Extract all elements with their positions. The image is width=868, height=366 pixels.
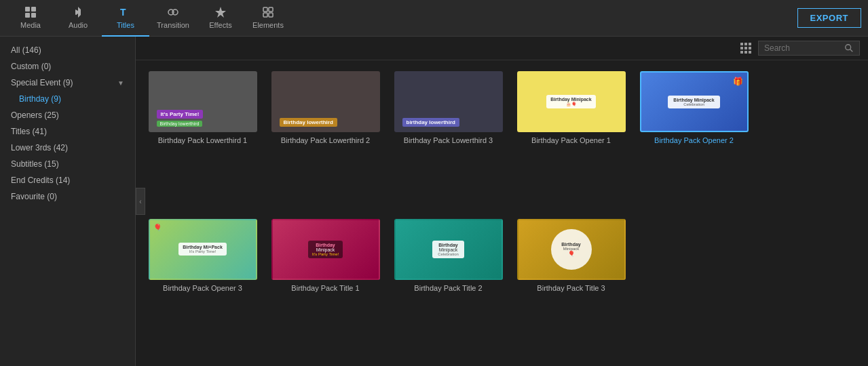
sidebar-favourite-label: Favourite (0): [11, 192, 57, 201]
svg-line-23: [850, 49, 853, 52]
toolbar-item-transition[interactable]: Transition: [149, 0, 197, 37]
thumb-op1: Birthday Minipack 🎂 🎈: [517, 71, 626, 132]
svg-marker-8: [215, 7, 226, 18]
thumb-content-title2: Birthday Minipack Celebration: [396, 220, 502, 279]
sidebar-titles-label: Titles (41): [11, 127, 47, 136]
sidebar: All (146) Custom (0) Special Event (9) ▼…: [0, 37, 136, 366]
content-header: [136, 37, 868, 60]
elements-label: Elements: [252, 21, 284, 29]
svg-point-22: [846, 45, 851, 50]
thumb-badge-lt2: Birthday lowerthird: [280, 118, 337, 127]
sidebar-item-titles[interactable]: Titles (41): [0, 123, 135, 140]
grid-item-title1[interactable]: Birthday Minipack It's Party Time! Birth…: [269, 219, 381, 356]
thumb-content-lt1: It's Party Time! Birthday lowerthird: [150, 73, 256, 131]
titles-label: Titles: [117, 21, 134, 29]
thumb-content-title1: Birthday Minipack It's Party Time!: [273, 220, 379, 279]
sidebar-birthday-label: Birthday (9): [19, 94, 61, 104]
toolbar-item-effects[interactable]: Effects: [197, 0, 244, 37]
svg-rect-18: [749, 47, 751, 49]
thumb-op2: Birthday Minipack Celebration 🎁: [640, 71, 749, 132]
toolbar-item-elements[interactable]: Elements: [244, 0, 292, 37]
sidebar-all-label: All (146): [11, 45, 41, 55]
item-label-op3: Birthday Pack Opener 3: [163, 284, 242, 292]
thumb-content-op2: Birthday Minipack Celebration 🎁: [641, 73, 747, 131]
item-label-lt1: Birthday Pack Lowerthird 1: [158, 136, 247, 144]
svg-rect-11: [263, 13, 267, 17]
grid-item-op1[interactable]: Birthday Minipack 🎂 🎈 Birthday Pack Open…: [515, 71, 627, 208]
svg-text:♪: ♪: [75, 10, 78, 16]
chevron-down-icon: ▼: [117, 79, 124, 87]
item-label-lt2: Birthday Pack Lowerthird 2: [281, 136, 370, 144]
svg-rect-1: [31, 7, 36, 12]
sidebar-subtitles-label: Subtitles (15): [11, 159, 59, 169]
content-area: It's Party Time! Birthday lowerthird Bir…: [136, 37, 868, 366]
thumb-content-lt3: birthday lowerthird: [396, 73, 502, 131]
thumb-op3: Birthday Mi+Pack It's Party Time! 🎈: [149, 219, 257, 280]
thumb-badge-title2: Birthday Minipack Celebration: [432, 241, 464, 258]
thumb-content-title3: Birthday Minipack 🎈: [518, 220, 624, 279]
svg-rect-2: [25, 13, 30, 18]
search-box[interactable]: [758, 41, 860, 56]
sidebar-lower3rds-label: Lower 3rds (42): [11, 143, 68, 152]
sidebar-item-openers[interactable]: Openers (25): [0, 107, 135, 123]
thumb-lt1: It's Party Time! Birthday lowerthird: [149, 71, 257, 132]
thumb-content-lt2: Birthday lowerthird: [273, 73, 379, 131]
item-label-lt3: Birthday Pack Lowerthird 3: [404, 136, 493, 144]
search-input[interactable]: [764, 43, 841, 53]
grid-item-title3[interactable]: Birthday Minipack 🎈 Birthday Pack Title …: [515, 219, 627, 356]
grid-item-op3[interactable]: Birthday Mi+Pack It's Party Time! 🎈 Birt…: [147, 219, 259, 356]
thumb-lt3: birthday lowerthird: [394, 71, 503, 132]
thumb-title1: Birthday Minipack It's Party Time!: [271, 219, 380, 280]
item-label-title2: Birthday Pack Title 2: [414, 284, 482, 292]
thumb-lt2: Birthday lowerthird: [271, 71, 380, 132]
svg-rect-19: [740, 51, 743, 54]
svg-rect-12: [269, 13, 273, 17]
sidebar-openers-label: Openers (25): [11, 110, 59, 120]
svg-rect-16: [740, 47, 743, 49]
sidebar-item-special-event[interactable]: Special Event (9) ▼: [0, 75, 135, 91]
svg-rect-21: [749, 51, 751, 54]
sidebar-item-custom[interactable]: Custom (0): [0, 58, 135, 75]
sidebar-endcredits-label: End Credits (14): [11, 176, 70, 185]
sidebar-item-birthday[interactable]: Birthday (9): [0, 91, 135, 107]
thumb-badge-lt3: birthday lowerthird: [402, 118, 459, 127]
effects-label: Effects: [209, 21, 231, 29]
grid-view-icon[interactable]: [740, 43, 751, 54]
item-label-title3: Birthday Pack Title 3: [537, 284, 605, 292]
grid-item-lt3[interactable]: birthday lowerthird Birthday Pack Lowert…: [392, 71, 504, 208]
thumb-title2: Birthday Minipack Celebration: [394, 219, 503, 280]
toolbar-item-audio[interactable]: ♪ Audio: [54, 0, 102, 37]
sidebar-item-all[interactable]: All (146): [0, 42, 135, 58]
grid-item-op2[interactable]: Birthday Minipack Celebration 🎁 Birthday…: [638, 71, 750, 208]
grid-item-title2[interactable]: Birthday Minipack Celebration Birthday P…: [392, 219, 504, 356]
thumb-badge-op1: Birthday Minipack 🎂 🎈: [546, 95, 595, 108]
thumb-badge2-lt1: Birthday lowerthird: [157, 121, 203, 127]
search-icon: [844, 43, 854, 53]
sidebar-collapse-button[interactable]: ‹: [136, 188, 145, 215]
item-label-op1: Birthday Pack Opener 1: [531, 136, 611, 144]
toolbar: Media ♪ Audio T Titles Transition Effect…: [0, 0, 868, 37]
grid-item-lt2[interactable]: Birthday lowerthird Birthday Pack Lowert…: [269, 71, 381, 208]
svg-rect-14: [744, 43, 747, 45]
item-label-title1: Birthday Pack Title 1: [291, 284, 359, 292]
svg-rect-20: [744, 51, 747, 54]
toolbar-item-media[interactable]: Media: [7, 0, 54, 37]
svg-rect-3: [31, 13, 36, 18]
thumb-title3: Birthday Minipack 🎈: [517, 219, 626, 280]
sidebar-item-favourite[interactable]: Favourite (0): [0, 188, 135, 205]
thumb-content-op3: Birthday Mi+Pack It's Party Time! 🎈: [150, 220, 256, 279]
thumb-badge-title3: Birthday Minipack 🎈: [551, 229, 592, 270]
export-button[interactable]: EXPORT: [797, 8, 861, 28]
sidebar-item-subtitles[interactable]: Subtitles (15): [0, 156, 135, 172]
thumb-badge-op3: Birthday Mi+Pack It's Party Time!: [178, 243, 227, 256]
thumb-content-op1: Birthday Minipack 🎂 🎈: [518, 73, 624, 131]
sidebar-item-endcredits[interactable]: End Credits (14): [0, 172, 135, 188]
thumb-badge-title1: Birthday Minipack It's Party Time!: [308, 241, 343, 258]
grid-item-lt1[interactable]: It's Party Time! Birthday lowerthird Bir…: [147, 71, 259, 208]
sidebar-custom-label: Custom (0): [11, 62, 51, 71]
sidebar-item-lower3rds[interactable]: Lower 3rds (42): [0, 140, 135, 156]
sidebar-special-label: Special Event (9): [11, 78, 73, 87]
toolbar-item-titles[interactable]: T Titles: [102, 0, 149, 37]
svg-rect-13: [740, 43, 743, 45]
main-area: All (146) Custom (0) Special Event (9) ▼…: [0, 37, 868, 366]
